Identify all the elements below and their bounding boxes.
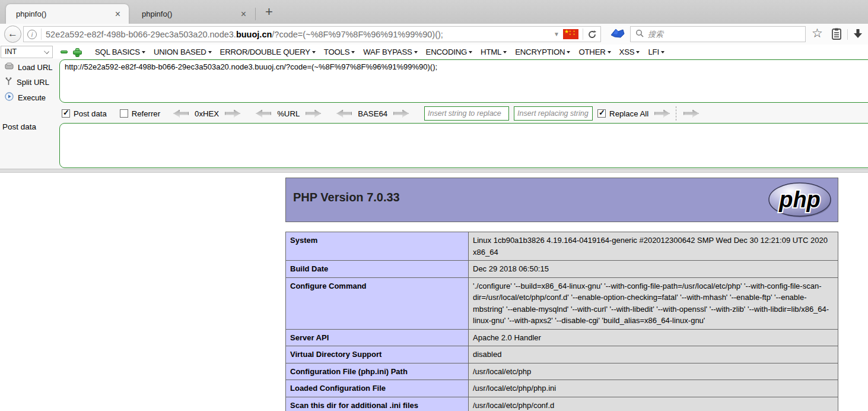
encode-arrow-icon[interactable]: [393, 110, 409, 118]
url-prefix: 52e2a592-e82f-498b-b066-29ec3a503a20.nod…: [46, 30, 236, 39]
tab-title: phpinfo(): [142, 10, 239, 18]
menu-item-label: ENCRYPTION: [515, 48, 565, 56]
replace-all-checkbox-label: Replace All: [609, 109, 648, 118]
phpinfo-row-label: Loaded Configuration File: [286, 380, 469, 397]
urlbar-separator: [583, 29, 583, 40]
tab-close-icon[interactable]: ×: [239, 8, 249, 20]
back-button[interactable]: ←: [4, 26, 21, 43]
hackbar-menu-item[interactable]: SQL BASICS: [95, 48, 145, 56]
url-payload-textarea[interactable]: http://52e2a592-e82f-498b-b066-29ec3a503…: [59, 59, 868, 103]
phpinfo-row-label: Server API: [286, 329, 469, 346]
encoder-buttons: 0xHEX %URL BASE64: [173, 109, 424, 118]
url-bar[interactable]: i 52e2a592-e82f-498b-b066-29ec3a503a20.n…: [23, 26, 601, 42]
download-icon[interactable]: [853, 29, 863, 42]
post-data-checkbox[interactable]: [62, 109, 70, 118]
menu-item-label: OTHER: [578, 48, 605, 56]
php-logo-icon: php: [768, 181, 833, 222]
bookmarks-menu-icon[interactable]: [831, 28, 842, 43]
url-domain: buuoj.cn: [236, 30, 272, 39]
remove-preset-icon[interactable]: [61, 50, 68, 53]
hackbar-menu-item[interactable]: LFI: [648, 48, 664, 56]
tab-phpinfo-active[interactable]: phpinfo() ×: [6, 4, 129, 24]
encoder-label: 0xHEX: [195, 109, 219, 118]
phpinfo-row: Configure Command './configure' '--build…: [286, 277, 838, 329]
phpinfo-row: Build Date Dec 29 2018 06:50:15: [286, 261, 838, 278]
decode-arrow-icon[interactable]: [256, 110, 271, 118]
caret-down-icon: [312, 51, 316, 53]
hackbar-menu-item[interactable]: TOOLS: [324, 48, 355, 56]
php-logo-text: php: [778, 187, 821, 212]
bookmark-star-icon[interactable]: ☆: [812, 26, 823, 40]
load-url-button[interactable]: Load URL: [5, 62, 53, 72]
tab-phpinfo-inactive[interactable]: phpinfo() ×: [132, 4, 255, 24]
execute-button[interactable]: Execute: [5, 92, 46, 103]
payload-preset-value: INT: [5, 48, 17, 56]
menu-item-label: HTML: [481, 48, 501, 56]
search-box[interactable]: [630, 26, 806, 42]
decode-arrow-icon[interactable]: [336, 110, 352, 118]
referrer-checkbox-label: Referrer: [132, 109, 160, 118]
phpinfo-row-label: Virtual Directory Support: [286, 346, 469, 363]
split-url-button[interactable]: Split URL: [5, 77, 49, 87]
url-history-dropdown-icon[interactable]: ▼: [554, 31, 559, 37]
phpinfo-row-value: disabled: [469, 346, 838, 363]
page-content: PHP Version 7.0.33 php: [0, 173, 868, 411]
apply-replace-icon[interactable]: [654, 110, 670, 118]
encode-arrow-icon[interactable]: [225, 110, 240, 118]
caret-down-icon: [351, 51, 355, 53]
hackbar-menu-item[interactable]: HTML: [481, 48, 507, 56]
hackbar-panel: Load URL Split URL Execute Post data htt…: [0, 59, 868, 169]
decode-arrow-icon[interactable]: [173, 110, 189, 118]
chevron-down-icon: [44, 49, 49, 54]
hackbar-menu-item[interactable]: OTHER: [578, 48, 611, 56]
php-version-title: PHP Version 7.0.33: [293, 191, 400, 204]
phpinfo-row: Scan this dir for additional .ini files …: [286, 397, 838, 411]
hackbar-menu-item[interactable]: ERROR/DOUBLE QUERY: [220, 48, 316, 56]
reload-icon[interactable]: [587, 30, 597, 39]
encode-arrow-icon[interactable]: [306, 110, 321, 118]
phpinfo-row-value: /usr/local/etc/php/php.ini: [469, 380, 838, 397]
phpinfo-row: Server API Apache 2.0 Handler: [286, 329, 838, 346]
apply-encoding-icon[interactable]: [683, 110, 699, 118]
proxy-extension-icon[interactable]: [610, 27, 625, 43]
post-data-toggle[interactable]: Post data: [62, 109, 107, 118]
referrer-checkbox[interactable]: [120, 109, 128, 118]
hackbar-menu-item[interactable]: XSS: [619, 48, 640, 56]
hackbar-menu-item[interactable]: WAF BYPASS: [363, 48, 417, 56]
execute-play-icon: [5, 92, 14, 103]
menu-item-label: WAF BYPASS: [363, 48, 412, 56]
split-url-icon: [5, 77, 12, 87]
phpinfo-row-value: Apache 2.0 Handler: [469, 329, 838, 346]
china-flag-icon[interactable]: ★★ ★★ ★: [563, 29, 578, 39]
phpinfo-row-label: Build Date: [286, 261, 469, 278]
phpinfo-row-value: './configure' '--build=x86_64-linux-gnu'…: [469, 277, 838, 329]
menu-item-label: LFI: [648, 48, 659, 56]
encoder-label: %URL: [277, 109, 300, 118]
phpinfo-row-label: Scan this dir for additional .ini files: [286, 397, 469, 411]
replace-all-checkbox[interactable]: [597, 109, 606, 118]
phpinfo-row-value: /usr/local/etc/php: [469, 363, 838, 380]
hackbar-menu-item[interactable]: ENCODING: [426, 48, 472, 56]
execute-label: Execute: [18, 93, 46, 102]
referrer-toggle[interactable]: Referrer: [120, 109, 160, 118]
replace-from-input[interactable]: [424, 106, 509, 121]
post-data-textarea[interactable]: [59, 123, 868, 168]
replace-all-toggle[interactable]: Replace All: [597, 109, 648, 118]
search-input[interactable]: [648, 30, 800, 39]
caret-down-icon: [567, 51, 570, 53]
url-text[interactable]: 52e2a592-e82f-498b-b066-29ec3a503a20.nod…: [46, 30, 550, 39]
hackbar-menu-item[interactable]: ENCRYPTION: [515, 48, 570, 56]
options-dashed-separator: [676, 106, 676, 121]
hackbar-menu-item[interactable]: UNION BASED: [154, 48, 212, 56]
tab-title: phpinfo(): [16, 10, 113, 18]
tab-close-icon[interactable]: ×: [113, 8, 123, 20]
encoder-group: BASE64: [336, 109, 409, 118]
php-version-header: PHP Version 7.0.33 php: [285, 178, 838, 222]
caret-down-icon: [503, 51, 507, 53]
payload-preset-select[interactable]: INT: [1, 46, 53, 58]
new-tab-button[interactable]: +: [262, 5, 276, 19]
replace-to-input[interactable]: [514, 106, 593, 121]
add-preset-icon[interactable]: [73, 48, 81, 56]
site-info-icon[interactable]: i: [27, 30, 37, 39]
caret-down-icon: [208, 51, 212, 53]
